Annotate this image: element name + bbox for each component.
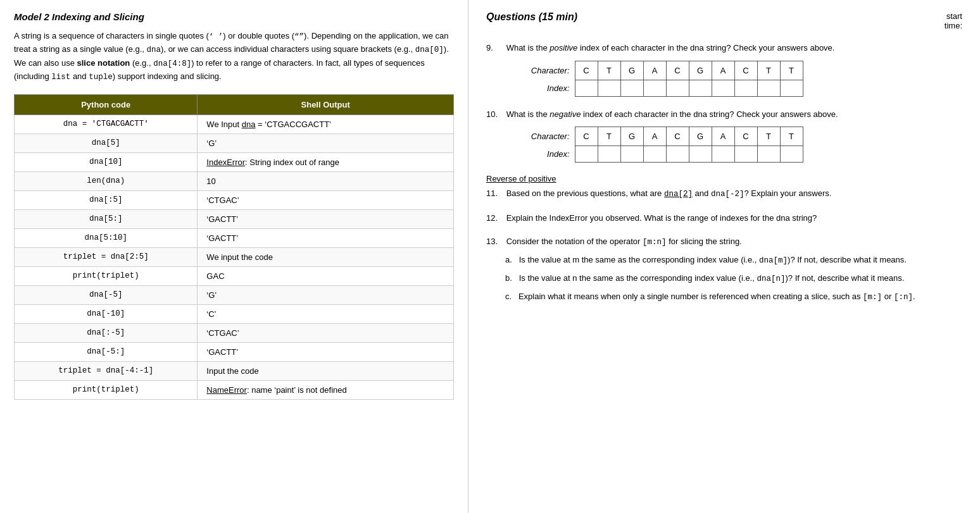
code-cell: dna[:-5] (15, 323, 198, 342)
q10-idx-4[interactable] (666, 146, 689, 163)
q9-idx-8[interactable] (757, 80, 780, 96)
table-row: dna[-5]‘G’ (15, 285, 454, 304)
q9-idx-1[interactable] (598, 80, 620, 96)
output-cell: Input the code (198, 361, 454, 380)
q9-idx-4[interactable] (666, 80, 689, 96)
q10-idx-9[interactable] (780, 146, 803, 163)
col1-header: Python code (15, 94, 198, 114)
code-cell: dna[5:10] (15, 228, 198, 247)
q9-idx-2[interactable] (620, 80, 643, 96)
char-A2-neg: A (712, 127, 734, 146)
model-title: Model 2 Indexing and Slicing (14, 11, 454, 22)
q11-content: Based on the previous questions, what ar… (506, 187, 962, 201)
q9-idx-3[interactable] (643, 80, 666, 96)
table-row: dna[5]‘G’ (15, 133, 454, 152)
char-A2: A (712, 61, 734, 80)
start-time: starttime: (945, 11, 962, 30)
code-cell: triplet = dna[-4:-1] (15, 361, 198, 380)
table-row: triplet = dna[2:5]We input the code (15, 247, 454, 266)
output-cell: NameError: name ‘paint’ is not defined (198, 380, 454, 399)
char-G1: G (620, 61, 643, 80)
question-10-block: 10. What is the negative index of each c… (486, 108, 962, 163)
code-cell: dna[10] (15, 152, 198, 171)
q9-idx-6[interactable] (712, 80, 734, 96)
char-T1-neg: T (598, 127, 620, 146)
output-cell: GAC (198, 266, 454, 285)
table-row: dna[10]IndexError: String index out of r… (15, 152, 454, 171)
output-cell: ‘G’ (198, 133, 454, 152)
q9-char-row: Character: C T G A C G A C T T (524, 61, 803, 80)
output-cell: We Input dna = ‘CTGACCGACTT’ (198, 114, 454, 133)
code-cell: dna[-10] (15, 304, 198, 323)
right-panel: Questions (15 min) starttime: 9. What is… (468, 0, 980, 513)
table-row: dna[:-5]‘CTGAC’ (15, 323, 454, 342)
q12-num: 12. (486, 212, 504, 225)
q10-idx-8[interactable] (757, 146, 780, 163)
q10-idx-6[interactable] (712, 146, 734, 163)
output-cell: ‘C’ (198, 304, 454, 323)
q13-num: 13. (486, 235, 504, 248)
output-cell: ‘GACTT’ (198, 209, 454, 228)
question-9-text: 9. What is the positive index of each ch… (486, 42, 962, 54)
code-cell: dna[5] (15, 133, 198, 152)
table-row: dna[:5]‘CTGAC’ (15, 190, 454, 209)
q10-char-row: Character: C T G A C G A C T T (524, 127, 803, 146)
code-table: Python code Shell Output dna = 'CTGACGAC… (14, 94, 454, 400)
output-cell: ‘GACTT’ (198, 228, 454, 247)
q13-content: Consider the notation of the operator [m… (506, 235, 962, 249)
question-11-block: 11. Based on the previous questions, wha… (486, 187, 962, 201)
q9-idx-0[interactable] (575, 80, 598, 96)
char-T1: T (598, 61, 620, 80)
q10-idx-2[interactable] (620, 146, 643, 163)
q9-char-label: Character: (524, 61, 575, 80)
intro-text: A string is a sequence of characters in … (14, 30, 454, 84)
question-12-block: 12. Explain the IndexError you observed.… (486, 212, 962, 225)
q9-char-table: Character: C T G A C G A C T T Index: (524, 61, 803, 97)
char-G2-neg: G (689, 127, 712, 146)
q10-index-label: Index: (524, 146, 575, 163)
output-cell: ‘CTGAC’ (198, 190, 454, 209)
q9-content: What is the positive index of each chara… (506, 42, 962, 54)
q9-num: 9. (486, 42, 504, 54)
q12-content: Explain the IndexError you observed. Wha… (506, 212, 962, 225)
table-row: dna = 'CTGACGACTT'We Input dna = ‘CTGACC… (15, 114, 454, 133)
q10-idx-7[interactable] (734, 146, 757, 163)
char-A1-neg: A (643, 127, 666, 146)
output-cell: ‘GACTT’ (198, 342, 454, 361)
code-cell: dna = 'CTGACGACTT' (15, 114, 198, 133)
q10-char-label: Character: (524, 127, 575, 146)
left-panel: Model 2 Indexing and Slicing A string is… (0, 0, 468, 513)
char-G1-neg: G (620, 127, 643, 146)
char-C2: C (666, 61, 689, 80)
q10-content: What is the negative index of each chara… (506, 108, 962, 121)
char-T3-neg: T (780, 127, 803, 146)
question-9-block: 9. What is the positive index of each ch… (486, 42, 962, 97)
q13-text: 13. Consider the notation of the operato… (486, 235, 962, 249)
q10-idx-3[interactable] (643, 146, 666, 163)
code-cell: print(triplet) (15, 380, 198, 399)
q9-idx-7[interactable] (734, 80, 757, 96)
q10-idx-1[interactable] (598, 146, 620, 163)
q10-idx-0[interactable] (575, 146, 598, 163)
table-row: dna[5:10]‘GACTT’ (15, 228, 454, 247)
q9-idx-5[interactable] (689, 80, 712, 96)
char-C2-neg: C (666, 127, 689, 146)
q10-index-row: Index: (524, 146, 803, 163)
questions-header: Questions (15 min) starttime: (486, 11, 962, 30)
col2-header: Shell Output (198, 94, 454, 114)
char-G2: G (689, 61, 712, 80)
code-cell: dna[-5:] (15, 342, 198, 361)
code-cell: print(triplet) (15, 266, 198, 285)
code-cell: len(dna) (15, 171, 198, 190)
char-A1: A (643, 61, 666, 80)
output-cell: ‘CTGAC’ (198, 323, 454, 342)
char-C3: C (734, 61, 757, 80)
q10-idx-5[interactable] (689, 146, 712, 163)
q9-index-label: Index: (524, 80, 575, 96)
q9-idx-9[interactable] (780, 80, 803, 96)
q13a: a. Is the value at m the same as the cor… (505, 254, 962, 267)
q10-num: 10. (486, 108, 504, 121)
table-row: dna[5:]‘GACTT’ (15, 209, 454, 228)
table-row: dna[-10]‘C’ (15, 304, 454, 323)
q11-text: 11. Based on the previous questions, wha… (486, 187, 962, 201)
